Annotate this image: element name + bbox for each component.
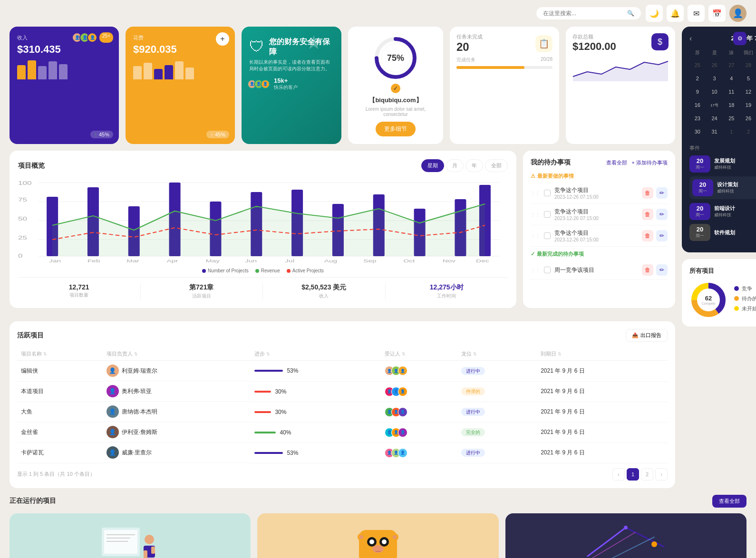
prev-page-button[interactable]: ‹ — [612, 468, 625, 481]
stat-revenue: $2,50,523 美元 收入 — [263, 283, 386, 299]
todo-item-text: 周一竞争该项目 — [554, 266, 638, 274]
cal-day[interactable]: 16 — [691, 99, 704, 111]
cal-day[interactable]: 23 — [691, 112, 704, 125]
security-icon: 🛡 — [249, 38, 264, 56]
col-status[interactable]: 龙位 ⇅ — [457, 347, 537, 361]
col-name[interactable]: 项目名称 ⇅ — [17, 347, 103, 361]
row-due: 2021 年 9 月 6 日 — [537, 443, 668, 463]
cal-events-title: 事件 — [689, 144, 756, 152]
security-card: ★ 🛡 您的财务安全有保障 长期以来的事实是，读者在查看页面布局时会被页面的可读… — [242, 27, 341, 144]
tasks-title: 任务未完成 — [456, 33, 483, 40]
todo-checkbox[interactable] — [544, 232, 551, 239]
cal-day[interactable]: 9 — [691, 86, 704, 98]
cal-event: 20 周一 软件规划 — [689, 224, 756, 241]
tab-year[interactable]: 年 — [465, 159, 483, 172]
cal-day[interactable]: 12 — [742, 86, 755, 98]
cal-day[interactable]: 28 — [742, 59, 755, 71]
svg-text:100: 100 — [18, 181, 32, 186]
row-status: 进行中 — [457, 361, 537, 382]
cal-day[interactable]: 18 — [725, 99, 737, 111]
drag-handle[interactable]: ⋮⋮ — [531, 268, 540, 273]
col-assignee[interactable]: 受让人 ⇅ — [381, 347, 458, 361]
export-button[interactable]: 📤 出口报告 — [626, 329, 668, 342]
todo-delete-button[interactable]: 🗑 — [642, 209, 653, 220]
topbar: 🔍 🌙 🔔 ✉ 📅 👤 — [0, 0, 756, 27]
cal-day[interactable]: 26 — [708, 59, 721, 71]
legend-item: 未开始 — [734, 305, 756, 312]
todo-item: ⋮⋮ 竞争这个项目 2023-12-26 07:15:00 🗑 ✏ — [531, 183, 668, 204]
gauge-domain: 【biqubiqu.com】 — [369, 96, 422, 105]
cal-day[interactable]: 17号 — [708, 99, 721, 111]
row-owner: 👤 唐纳德·本杰明 — [103, 402, 251, 422]
todo-edit-button[interactable]: ✏ — [656, 209, 668, 220]
todo-view-all[interactable]: 查看全部 — [606, 159, 627, 166]
expense-add-button[interactable]: + — [216, 32, 229, 46]
cal-prev-button[interactable]: ‹ — [689, 34, 692, 43]
donut-title: 所有项目 — [689, 267, 756, 275]
user-avatar[interactable]: 👤 — [729, 5, 746, 22]
todo-delete-button[interactable]: 🗑 — [642, 264, 653, 276]
svg-text:Sep: Sep — [363, 259, 376, 263]
todo-checkbox[interactable] — [544, 267, 551, 273]
tab-week[interactable]: 星期 — [421, 159, 444, 172]
todo-checkbox[interactable] — [544, 190, 551, 196]
security-title: 您的财务安全有保障 — [269, 37, 334, 57]
todo-edit-button[interactable]: ✏ — [656, 264, 668, 276]
tab-month[interactable]: 月 — [446, 159, 464, 172]
cal-day[interactable]: 26 — [742, 112, 755, 125]
drag-handle[interactable]: ⋮⋮ — [531, 233, 540, 239]
row-owner: 👤 伊利亚·詹姆斯 — [103, 422, 251, 443]
cal-day[interactable]: 25 — [691, 59, 704, 71]
cal-day[interactable]: 2 — [691, 72, 704, 85]
cal-day[interactable]: 24 — [708, 112, 721, 125]
page-2-button[interactable]: 2 — [641, 468, 653, 481]
todo-actions: 查看全部 + 添加待办事项 — [606, 159, 668, 166]
view-all-button[interactable]: 查看全部 — [712, 495, 746, 508]
cal-settings-button[interactable]: ⚙ — [733, 32, 746, 45]
tab-all[interactable]: 全部 — [485, 159, 508, 172]
page-1-button[interactable]: 1 — [627, 468, 639, 481]
todo-checkbox[interactable] — [544, 211, 551, 218]
svg-line-65 — [597, 537, 654, 558]
col-owner[interactable]: 项目负责人 ⇅ — [103, 347, 251, 361]
col-due[interactable]: 到期日 ⇅ — [537, 347, 668, 361]
mail-button[interactable]: ✉ — [688, 5, 705, 22]
cal-day[interactable]: 27 — [725, 59, 737, 71]
cal-day[interactable]: 4 — [725, 72, 737, 85]
drag-handle[interactable]: ⋮⋮ — [531, 191, 540, 196]
cal-day[interactable]: 5 — [742, 72, 755, 85]
cal-day[interactable]: 2 — [742, 125, 755, 138]
todo-add-button[interactable]: + 添加待办事项 — [632, 159, 668, 166]
todo-delete-button[interactable]: 🗑 — [642, 230, 653, 241]
cal-day[interactable]: 19 — [742, 99, 755, 111]
todo-delete-button[interactable]: 🗑 — [642, 187, 653, 199]
drag-handle[interactable]: ⋮⋮ — [531, 212, 540, 217]
search-box[interactable]: 🔍 — [536, 7, 641, 19]
svg-point-55 — [382, 539, 387, 544]
col-progress[interactable]: 进步 ⇅ — [251, 347, 380, 361]
svg-text:Oct: Oct — [403, 259, 415, 263]
cal-event-date: 20 周一 — [689, 203, 710, 220]
cal-day[interactable]: 30 — [691, 125, 704, 138]
calendar-button[interactable]: 📅 — [708, 5, 726, 22]
todo-item: ⋮⋮ 周一竞争该项目 🗑 ✏ — [531, 260, 668, 280]
notifications-button[interactable]: 🔔 — [667, 5, 684, 22]
row-owner: 👤 利亚姆·瑞查尔 — [103, 361, 251, 381]
theme-toggle[interactable]: 🌙 — [646, 5, 663, 22]
cal-day[interactable]: 31 — [708, 125, 721, 138]
cal-day[interactable]: 10 — [708, 86, 721, 98]
cal-day[interactable]: 1 — [725, 125, 737, 138]
cal-day[interactable]: 3 — [708, 72, 721, 85]
svg-text:50: 50 — [18, 216, 27, 221]
revenue-avatars: 👤 👤 👤 25+ — [74, 32, 113, 43]
todo-edit-button[interactable]: ✏ — [656, 187, 668, 199]
gauge-card: 75% ✓ 【biqubiqu.com】 Lorem ipsum dolor s… — [348, 27, 443, 144]
todo-edit-button[interactable]: ✏ — [656, 230, 668, 241]
rp-card-img-1 — [10, 513, 251, 558]
search-input[interactable] — [543, 10, 623, 17]
next-page-button[interactable]: › — [655, 468, 668, 481]
cal-day[interactable]: 11 — [725, 86, 737, 98]
more-details-button[interactable]: 更多细节 — [376, 122, 416, 136]
cal-day[interactable]: 25 — [725, 112, 737, 125]
svg-text:Jun: Jun — [245, 259, 257, 263]
